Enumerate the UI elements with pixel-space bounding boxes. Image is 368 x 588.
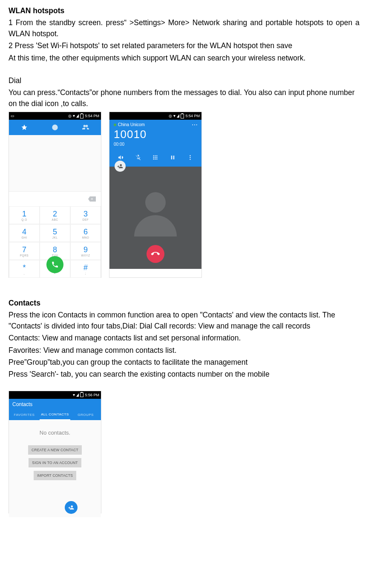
heading-contacts: Contacts bbox=[9, 298, 359, 308]
svg-point-11 bbox=[190, 159, 191, 160]
svg-point-7 bbox=[155, 159, 156, 160]
text-dial-desc: You can press.“Contacts”or phone numbers… bbox=[9, 87, 359, 109]
text-contacts-4: Pree”Group”tab,you can group the contact… bbox=[9, 357, 359, 368]
svg-point-3 bbox=[153, 157, 155, 158]
svg-point-1 bbox=[155, 156, 156, 157]
wifi-icon: ▾ bbox=[73, 393, 75, 397]
svg-point-10 bbox=[190, 157, 191, 158]
key-1[interactable]: 1Q.O bbox=[9, 206, 40, 224]
screenshot-contacts: ▾ 5:56 PM Contacts FAVORITES ALL CONTACT… bbox=[9, 391, 101, 513]
status-time: 5:54 PM bbox=[185, 114, 200, 118]
text-contacts-2: Contacts: View and manage contacts list … bbox=[9, 333, 359, 343]
svg-point-5 bbox=[156, 157, 158, 158]
svg-point-0 bbox=[153, 156, 155, 157]
status-time: 5:56 PM bbox=[85, 393, 99, 397]
dial-button[interactable] bbox=[46, 256, 63, 273]
status-bar: ◎ ▾ 5:54 PM bbox=[109, 112, 201, 120]
wifi-icon: ▾ bbox=[73, 114, 75, 118]
key-3[interactable]: 3DEF bbox=[70, 206, 101, 224]
text-contacts-5: Press 'Search'- tab, you can search the … bbox=[9, 369, 359, 380]
tab-contacts[interactable] bbox=[70, 120, 101, 135]
carrier-label: China Unicom bbox=[114, 122, 197, 127]
tab-recents[interactable] bbox=[40, 120, 70, 135]
screenshot-dialer: ▭ ◎ ▾ 5:54 PM × 1Q.O2ABC3DEF4GHI5JKL6MNO… bbox=[9, 112, 101, 278]
wifi-icon: ▾ bbox=[173, 114, 175, 118]
vibrate-icon: ◎ bbox=[169, 114, 172, 118]
key-#[interactable]: #; bbox=[70, 260, 101, 278]
battery-icon bbox=[181, 114, 184, 118]
tab-speed-dial[interactable] bbox=[9, 120, 40, 135]
svg-point-4 bbox=[155, 157, 156, 158]
key-*[interactable]: *, bbox=[9, 260, 40, 278]
end-call-button[interactable] bbox=[147, 245, 164, 263]
person-add-icon bbox=[68, 504, 74, 510]
battery-icon bbox=[80, 114, 83, 118]
key-5[interactable]: 5JKL bbox=[40, 224, 70, 242]
phone-icon bbox=[51, 261, 59, 268]
empty-message: No contacts. bbox=[9, 429, 101, 436]
heading-dial: Dial bbox=[9, 75, 359, 86]
text-wlan-note: At this time, the other equipments which… bbox=[9, 53, 359, 63]
sign-in-button[interactable]: SIGN IN TO AN ACCOUNT bbox=[29, 458, 81, 467]
overflow-icon[interactable]: ⋯ bbox=[192, 121, 198, 128]
svg-point-6 bbox=[153, 159, 155, 160]
signal-icon bbox=[76, 114, 79, 118]
hold-button[interactable] bbox=[170, 154, 176, 162]
key-6[interactable]: 6MNO bbox=[70, 224, 101, 242]
tab-all-contacts[interactable]: ALL CONTACTS bbox=[40, 410, 70, 420]
create-contact-button[interactable]: CREATE A NEW CONTACT bbox=[28, 445, 82, 455]
appbar-title: Contacts bbox=[9, 399, 101, 410]
heading-wlan: WLAN hotspots bbox=[9, 6, 359, 16]
import-contacts-button[interactable]: IMPORT CONTACTS bbox=[34, 471, 76, 480]
mute-button[interactable] bbox=[135, 154, 141, 162]
call-duration: 00:00 bbox=[114, 142, 197, 147]
dial-input-row: × bbox=[9, 191, 101, 206]
text-wlan-step1: 1 From the standby screen. press“ >Setti… bbox=[9, 17, 359, 39]
key-9[interactable]: 9WXYZ bbox=[70, 242, 101, 260]
battery-icon bbox=[80, 392, 83, 397]
text-contacts-3: Favorites: View and manage common contac… bbox=[9, 345, 359, 356]
backspace-icon[interactable]: × bbox=[88, 196, 96, 202]
signal-icon bbox=[76, 393, 79, 397]
call-number: 10010 bbox=[114, 128, 197, 141]
tab-favorites[interactable]: FAVORITES bbox=[9, 410, 40, 420]
tab-groups[interactable]: GROUPS bbox=[70, 410, 101, 420]
phone-icon bbox=[150, 248, 161, 260]
svg-point-2 bbox=[156, 156, 158, 157]
status-bar: ▭ ◎ ▾ 5:54 PM bbox=[9, 112, 101, 120]
add-contact-fab[interactable] bbox=[65, 501, 78, 514]
more-button[interactable] bbox=[187, 154, 193, 162]
key-4[interactable]: 4GHI bbox=[9, 224, 40, 242]
status-time: 5:54 PM bbox=[85, 114, 99, 118]
svg-point-9 bbox=[190, 155, 191, 156]
vibrate-icon: ◎ bbox=[68, 114, 72, 118]
signal-icon bbox=[177, 114, 179, 118]
key-7[interactable]: 7PQRS bbox=[9, 242, 40, 260]
status-bar: ▾ 5:56 PM bbox=[9, 391, 101, 399]
text-contacts-1: Press the icon Contacts in common functi… bbox=[9, 310, 359, 331]
status-left-icon: ▭ bbox=[11, 114, 14, 118]
add-contact-badge[interactable] bbox=[115, 161, 126, 172]
avatar-placeholder bbox=[134, 192, 177, 236]
screenshot-incall: ◎ ▾ 5:54 PM ⋯ China Unicom 10010 00:00 bbox=[109, 112, 202, 278]
key-2[interactable]: 2ABC bbox=[40, 206, 70, 224]
text-wlan-step2: 2 Press 'Set Wi-Fi hotspots' to set rela… bbox=[9, 40, 359, 51]
keypad-button[interactable] bbox=[152, 154, 158, 162]
svg-point-8 bbox=[156, 159, 158, 160]
